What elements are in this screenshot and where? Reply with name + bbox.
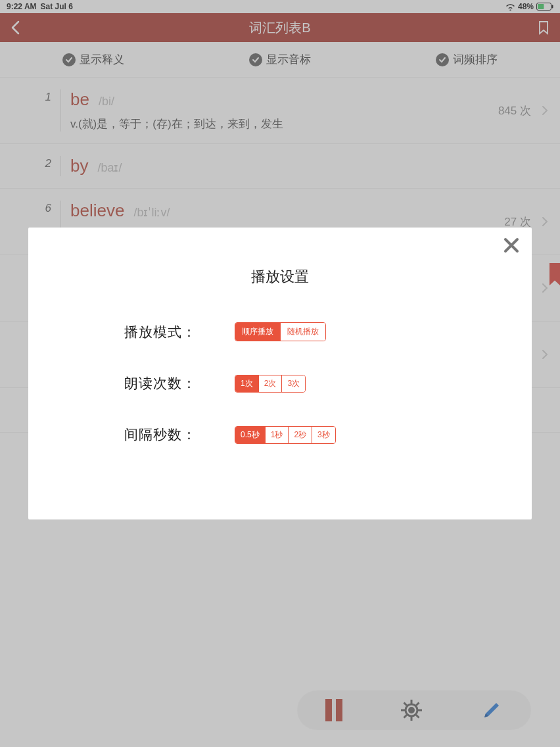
modal-title: 播放设置 xyxy=(28,267,532,287)
interval-option[interactable]: 1秒 xyxy=(266,427,289,443)
mode-segment: 顺序播放随机播放 xyxy=(235,322,326,341)
mode-option[interactable]: 随机播放 xyxy=(281,323,325,341)
interval-label: 间隔秒数： xyxy=(124,425,235,444)
modal-overlay[interactable]: 播放设置 播放模式： 顺序播放随机播放 朗读次数： 1次2次3次 间隔秒数： 0… xyxy=(0,0,560,747)
mode-option[interactable]: 顺序播放 xyxy=(235,323,281,341)
interval-option[interactable]: 0.5秒 xyxy=(235,427,266,443)
playback-settings-modal: 播放设置 播放模式： 顺序播放随机播放 朗读次数： 1次2次3次 间隔秒数： 0… xyxy=(28,228,532,519)
count-option[interactable]: 3次 xyxy=(282,375,305,392)
interval-option[interactable]: 3秒 xyxy=(312,427,335,443)
count-option[interactable]: 1次 xyxy=(235,375,259,392)
interval-segment: 0.5秒1秒2秒3秒 xyxy=(235,426,336,444)
count-segment: 1次2次3次 xyxy=(235,375,306,393)
close-button[interactable] xyxy=(503,237,520,254)
count-label: 朗读次数： xyxy=(124,374,235,393)
mode-label: 播放模式： xyxy=(124,323,235,341)
interval-option[interactable]: 2秒 xyxy=(289,427,312,443)
count-option[interactable]: 2次 xyxy=(259,375,283,392)
